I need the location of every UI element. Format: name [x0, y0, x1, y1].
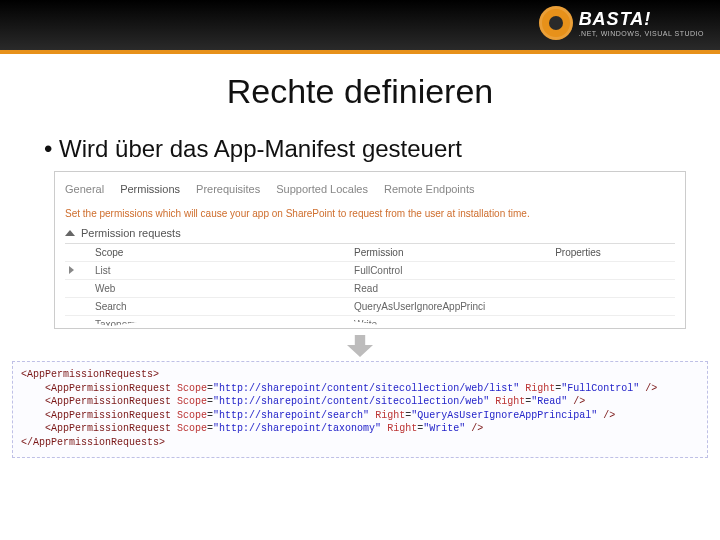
- cell-properties: [551, 280, 675, 298]
- brand-logo: BASTA! .NET, WINDOWS, VISUAL STUDIO: [539, 6, 704, 40]
- cell-properties: [551, 298, 675, 316]
- col-properties: Properties: [551, 244, 675, 262]
- accordion-title: Permission requests: [81, 227, 181, 239]
- cell-scope: Web: [91, 280, 350, 298]
- tab-permissions[interactable]: Permissions: [120, 180, 180, 198]
- caret-right-icon: [69, 266, 74, 274]
- xml-code-block: <AppPermissionRequests> <AppPermissionRe…: [12, 361, 708, 458]
- col-scope: Scope: [91, 244, 350, 262]
- tab-supported-locales[interactable]: Supported Locales: [276, 180, 368, 198]
- cell-permission: QueryAsUserIgnoreAppPrinci: [350, 298, 551, 316]
- table-row[interactable]: WebRead: [65, 280, 675, 298]
- table-row[interactable]: SearchQueryAsUserIgnoreAppPrinci: [65, 298, 675, 316]
- brand-name: BASTA!: [579, 10, 704, 28]
- cell-properties: [551, 262, 675, 280]
- cell-permission: Read: [350, 280, 551, 298]
- accent-bar: [0, 50, 720, 54]
- col-permission: Permission: [350, 244, 551, 262]
- manifest-editor-screenshot: General Permissions Prerequisites Suppor…: [54, 171, 686, 329]
- slide-title: Rechte definieren: [0, 72, 720, 111]
- brand-subtitle: .NET, WINDOWS, VISUAL STUDIO: [579, 30, 704, 37]
- gear-icon: [539, 6, 573, 40]
- permissions-table-header: Scope Permission Properties: [65, 243, 675, 262]
- tab-prerequisites[interactable]: Prerequisites: [196, 180, 260, 198]
- tab-general[interactable]: General: [65, 180, 104, 198]
- table-row[interactable]: ListFullControl: [65, 262, 675, 280]
- cell-scope: Search: [91, 298, 350, 316]
- manifest-tabs: General Permissions Prerequisites Suppor…: [65, 180, 675, 198]
- bullet-point: Wird über das App-Manifest gesteuert: [44, 135, 720, 163]
- cell-permission: FullControl: [350, 262, 551, 280]
- tab-remote-endpoints[interactable]: Remote Endpoints: [384, 180, 475, 198]
- slide-header: BASTA! .NET, WINDOWS, VISUAL STUDIO: [0, 0, 720, 50]
- permissions-description: Set the permissions which will cause you…: [65, 208, 675, 219]
- chevron-up-icon: [65, 230, 75, 236]
- permission-requests-accordion[interactable]: Permission requests: [65, 227, 675, 239]
- cell-scope: List: [91, 262, 350, 280]
- permissions-table-body: ListFullControlWebReadSearchQueryAsUserI…: [65, 262, 675, 329]
- arrow-down-icon: [347, 335, 373, 357]
